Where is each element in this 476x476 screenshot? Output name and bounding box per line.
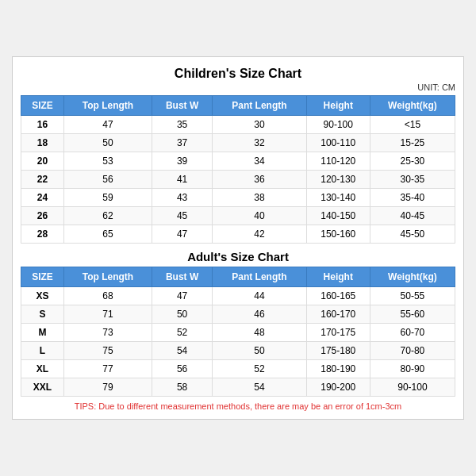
data-cell: 52 bbox=[213, 360, 306, 378]
data-cell: 36 bbox=[213, 171, 306, 189]
children-header-row: SIZETop LengthBust WPant LengthHeightWei… bbox=[21, 96, 455, 116]
data-cell: 56 bbox=[152, 360, 213, 378]
table-row: 26624540140-15040-45 bbox=[21, 207, 455, 225]
data-cell: 50 bbox=[213, 342, 306, 360]
data-cell: 140-150 bbox=[306, 207, 370, 225]
data-cell: 44 bbox=[213, 287, 306, 305]
children-header-cell: SIZE bbox=[21, 96, 64, 116]
adult-size-table: SIZETop LengthBust WPant LengthHeightWei… bbox=[21, 267, 455, 397]
data-cell: 62 bbox=[63, 207, 152, 225]
children-size-table: SIZETop LengthBust WPant LengthHeightWei… bbox=[21, 95, 455, 244]
table-row: 18503732100-11015-25 bbox=[21, 134, 455, 152]
main-title: Children's Size Chart bbox=[21, 67, 455, 81]
data-cell: 59 bbox=[63, 189, 152, 207]
data-cell: 130-140 bbox=[306, 189, 370, 207]
data-cell: 54 bbox=[213, 378, 306, 397]
data-cell: 75 bbox=[63, 342, 152, 360]
size-chart-card: Children's Size Chart UNIT: CM SIZETop L… bbox=[12, 56, 464, 420]
size-cell: L bbox=[21, 342, 64, 360]
data-cell: 45-50 bbox=[370, 225, 455, 244]
data-cell: 58 bbox=[152, 378, 213, 397]
data-cell: 77 bbox=[63, 360, 152, 378]
adult-header-cell: Pant Length bbox=[213, 267, 306, 287]
data-cell: 170-175 bbox=[306, 324, 370, 342]
adult-header-cell: Top Length bbox=[63, 267, 152, 287]
data-cell: 35-40 bbox=[370, 189, 455, 207]
data-cell: 47 bbox=[63, 116, 152, 134]
size-cell: 20 bbox=[21, 152, 64, 171]
data-cell: 15-25 bbox=[370, 134, 455, 152]
data-cell: 90-100 bbox=[306, 116, 370, 134]
table-row: L755450175-18070-80 bbox=[21, 342, 455, 360]
table-row: S715046160-17055-60 bbox=[21, 305, 455, 324]
data-cell: 37 bbox=[152, 134, 213, 152]
data-cell: 38 bbox=[213, 189, 306, 207]
data-cell: 30 bbox=[213, 116, 306, 134]
table-row: XXL795854190-20090-100 bbox=[21, 378, 455, 397]
data-cell: 47 bbox=[152, 287, 213, 305]
size-cell: XL bbox=[21, 360, 64, 378]
adult-header-cell: SIZE bbox=[21, 267, 64, 287]
children-header-cell: Bust W bbox=[152, 96, 213, 116]
data-cell: 50 bbox=[152, 305, 213, 324]
data-cell: 43 bbox=[152, 189, 213, 207]
data-cell: 40-45 bbox=[370, 207, 455, 225]
data-cell: 46 bbox=[213, 305, 306, 324]
table-row: XL775652180-19080-90 bbox=[21, 360, 455, 378]
data-cell: 73 bbox=[63, 324, 152, 342]
size-cell: 18 bbox=[21, 134, 64, 152]
data-cell: 30-35 bbox=[370, 171, 455, 189]
children-header-cell: Height bbox=[306, 96, 370, 116]
size-cell: 24 bbox=[21, 189, 64, 207]
tips-text: TIPS: Due to different measurement metho… bbox=[21, 401, 455, 411]
data-cell: 120-130 bbox=[306, 171, 370, 189]
table-row: 20533934110-12025-30 bbox=[21, 152, 455, 171]
children-table-body: 1647353090-100<1518503732100-11015-25205… bbox=[21, 116, 455, 244]
table-row: M735248170-17560-70 bbox=[21, 324, 455, 342]
data-cell: 65 bbox=[63, 225, 152, 244]
data-cell: 190-200 bbox=[306, 378, 370, 397]
data-cell: 39 bbox=[152, 152, 213, 171]
adult-title: Adult's Size Chart bbox=[21, 244, 455, 267]
data-cell: <15 bbox=[370, 116, 455, 134]
children-header-cell: Weight(kg) bbox=[370, 96, 455, 116]
table-row: 24594338130-14035-40 bbox=[21, 189, 455, 207]
data-cell: 50 bbox=[63, 134, 152, 152]
data-cell: 100-110 bbox=[306, 134, 370, 152]
data-cell: 79 bbox=[63, 378, 152, 397]
adult-header-row: SIZETop LengthBust WPant LengthHeightWei… bbox=[21, 267, 455, 287]
data-cell: 180-190 bbox=[306, 360, 370, 378]
data-cell: 45 bbox=[152, 207, 213, 225]
children-header-cell: Top Length bbox=[63, 96, 152, 116]
data-cell: 80-90 bbox=[370, 360, 455, 378]
data-cell: 68 bbox=[63, 287, 152, 305]
size-cell: 28 bbox=[21, 225, 64, 244]
data-cell: 52 bbox=[152, 324, 213, 342]
data-cell: 110-120 bbox=[306, 152, 370, 171]
children-header-cell: Pant Length bbox=[213, 96, 306, 116]
size-cell: S bbox=[21, 305, 64, 324]
data-cell: 34 bbox=[213, 152, 306, 171]
data-cell: 160-170 bbox=[306, 305, 370, 324]
data-cell: 47 bbox=[152, 225, 213, 244]
data-cell: 60-70 bbox=[370, 324, 455, 342]
data-cell: 56 bbox=[63, 171, 152, 189]
data-cell: 90-100 bbox=[370, 378, 455, 397]
size-cell: XXL bbox=[21, 378, 64, 397]
table-row: 28654742150-16045-50 bbox=[21, 225, 455, 244]
data-cell: 175-180 bbox=[306, 342, 370, 360]
adult-header-cell: Bust W bbox=[152, 267, 213, 287]
data-cell: 35 bbox=[152, 116, 213, 134]
data-cell: 42 bbox=[213, 225, 306, 244]
data-cell: 41 bbox=[152, 171, 213, 189]
data-cell: 160-165 bbox=[306, 287, 370, 305]
size-cell: 16 bbox=[21, 116, 64, 134]
data-cell: 54 bbox=[152, 342, 213, 360]
adult-header-cell: Weight(kg) bbox=[370, 267, 455, 287]
data-cell: 48 bbox=[213, 324, 306, 342]
data-cell: 40 bbox=[213, 207, 306, 225]
table-row: XS684744160-16550-55 bbox=[21, 287, 455, 305]
data-cell: 71 bbox=[63, 305, 152, 324]
data-cell: 55-60 bbox=[370, 305, 455, 324]
data-cell: 53 bbox=[63, 152, 152, 171]
